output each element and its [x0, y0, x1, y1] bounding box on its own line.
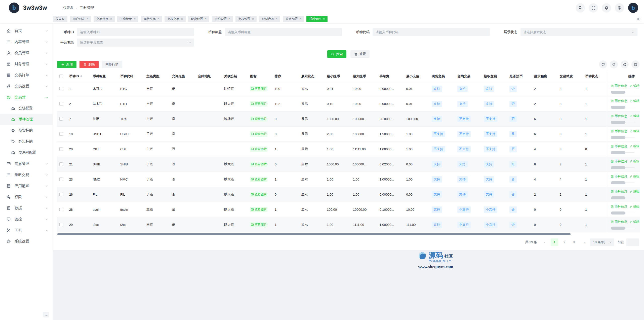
sidebar-item-应用配置[interactable]: 应用配置 [0, 180, 53, 191]
breadcrumb-home[interactable]: 仪表盘 [63, 6, 73, 10]
tab-期权设置[interactable]: 期权设置× [235, 16, 257, 22]
edit-link[interactable]: 编辑 [629, 99, 639, 103]
next-page-button[interactable]: › [580, 238, 588, 246]
tab-期权交易[interactable]: 期权交易× [165, 16, 186, 22]
tab-close-icon[interactable]: × [252, 17, 254, 21]
view-image-link[interactable]: 查看图片 [250, 192, 267, 197]
sidebar-item-监控[interactable]: 监控 [0, 214, 53, 225]
sidebar-item-内容管理[interactable]: 内容管理 [0, 36, 53, 47]
page-button-1[interactable]: 1 [551, 238, 558, 246]
goto-page-input[interactable] [626, 238, 639, 246]
row-checkbox[interactable] [59, 208, 63, 211]
view-image-link[interactable]: 查看图片 [250, 131, 267, 137]
sidebar-item-系统设置[interactable]: 系统设置 [0, 236, 53, 247]
row-checkbox[interactable] [59, 177, 63, 181]
refresh-button[interactable] [599, 60, 607, 68]
search-button[interactable]: 搜索 [327, 50, 346, 58]
view-image-link[interactable]: 查看图片 [250, 116, 267, 122]
user-avatar[interactable]: b [628, 3, 638, 13]
coin-info-link[interactable]: 币种信息 [611, 84, 627, 88]
view-image-link[interactable]: 查看图片 [250, 101, 267, 106]
select-展示状态[interactable]: 请选择展示状态 [520, 28, 638, 36]
row-checkbox[interactable] [59, 132, 63, 136]
view-image-link[interactable]: 查看图片 [250, 207, 267, 212]
tab-close-icon[interactable]: × [157, 17, 159, 21]
edit-link[interactable]: 编辑 [629, 84, 639, 88]
edit-link[interactable]: 编辑 [629, 144, 639, 149]
edit-link[interactable]: 编辑 [629, 159, 639, 164]
tab-close-icon[interactable]: × [228, 17, 230, 21]
table-search-button[interactable] [610, 60, 618, 68]
view-image-link[interactable]: 查看图片 [250, 222, 267, 227]
row-checkbox[interactable] [59, 193, 63, 196]
edit-link[interactable]: 编辑 [629, 114, 639, 118]
sidebar-item-策略交易[interactable]: 策略交易 [0, 169, 53, 180]
coin-info-link[interactable]: 币种信息 [611, 114, 627, 118]
op-scroll-thumb[interactable] [611, 106, 625, 109]
coin-info-link[interactable]: 币种信息 [611, 205, 627, 209]
settings-button[interactable] [615, 3, 624, 13]
coin-info-link[interactable]: 币种信息 [611, 129, 627, 133]
reset-button[interactable]: 重置 [350, 50, 370, 58]
tab-公链配置[interactable]: 公链配置× [283, 16, 304, 22]
coin-info-link[interactable]: 币种信息 [611, 99, 627, 103]
tab-close-icon[interactable]: × [276, 17, 277, 21]
sidebar-item-首页[interactable]: 首页 [0, 25, 53, 36]
edit-link[interactable]: 编辑 [629, 129, 639, 133]
prev-page-button[interactable]: ‹ [541, 238, 548, 246]
row-checkbox[interactable] [59, 162, 63, 166]
tab-理财产品[interactable]: 理财产品× [259, 16, 280, 22]
tab-币种管理[interactable]: 币种管理× [306, 16, 328, 22]
sidebar-item-权限[interactable]: 权限 [0, 191, 53, 202]
sidebar-subitem-期货标的[interactable]: 期货标的 [0, 125, 53, 136]
tab-close-icon[interactable]: × [110, 17, 112, 21]
edit-link[interactable]: 编辑 [629, 205, 639, 209]
tab-close-icon[interactable]: × [205, 17, 207, 21]
view-image-link[interactable]: 查看图片 [250, 162, 267, 167]
sidebar-collapse-button[interactable] [43, 312, 49, 317]
sidebar-item-消息管理[interactable]: 消息管理 [0, 158, 53, 169]
print-button[interactable] [621, 60, 629, 68]
notifications-button[interactable] [602, 3, 611, 13]
view-image-link[interactable]: 查看图片 [250, 177, 267, 182]
fullscreen-button[interactable] [589, 3, 598, 13]
tab-close-icon[interactable]: × [87, 17, 88, 21]
input-币种标题[interactable]: 请输入币种标题 [225, 28, 342, 36]
sidebar-item-交易设置[interactable]: 交易设置 [0, 81, 53, 92]
op-scroll-thumb[interactable] [611, 91, 625, 94]
global-search-button[interactable] [576, 3, 585, 13]
tab-list-button[interactable] [637, 17, 640, 21]
delete-button[interactable]: 删除 [79, 61, 99, 68]
sidebar-item-交易订单[interactable]: 交易订单 [0, 69, 53, 81]
tab-close-icon[interactable]: × [181, 17, 183, 21]
sidebar-subitem-交易对配置[interactable]: 交易对配置 [0, 147, 53, 158]
page-size-select[interactable]: 10 条/页 [590, 238, 614, 246]
coin-info-link[interactable]: 币种信息 [611, 159, 627, 164]
tab-用户列表[interactable]: 用户列表× [70, 16, 91, 22]
select-all-checkbox[interactable] [59, 75, 63, 78]
row-checkbox[interactable] [59, 223, 63, 226]
sidebar-item-数据[interactable]: 数据 [0, 202, 53, 214]
sidebar-item-财务管理[interactable]: 财务管理 [0, 58, 53, 69]
row-checkbox[interactable] [59, 147, 63, 151]
select-平台充值[interactable]: 请选择平台充值 [77, 39, 194, 47]
add-button[interactable]: 新增 [57, 61, 76, 68]
coin-info-link[interactable]: 币种信息 [611, 174, 627, 179]
column-settings-button[interactable] [631, 60, 639, 68]
op-scroll-thumb[interactable] [611, 196, 625, 199]
coin-info-link[interactable]: 币种信息 [611, 220, 627, 224]
tab-close-icon[interactable]: × [134, 17, 136, 21]
tab-现货交易[interactable]: 现货交易× [141, 16, 162, 22]
sidebar-item-交易对[interactable]: 交易对 [0, 92, 53, 103]
op-scroll-thumb[interactable] [611, 121, 625, 124]
edit-link[interactable]: 编辑 [629, 190, 639, 194]
page-button-3[interactable]: 3 [570, 238, 578, 246]
op-scroll-thumb[interactable] [611, 227, 625, 230]
op-scroll-thumb[interactable] [611, 136, 625, 139]
sort-header-币种ID[interactable]: 币种ID [69, 74, 82, 79]
tab-交易流水[interactable]: 交易流水× [94, 16, 115, 22]
op-scroll-thumb[interactable] [611, 211, 625, 215]
op-scroll-thumb[interactable] [611, 151, 625, 154]
input-币种ID[interactable]: 请输入币种ID [77, 28, 194, 36]
sidebar-subitem-公链配置[interactable]: 公链配置 [0, 103, 53, 114]
